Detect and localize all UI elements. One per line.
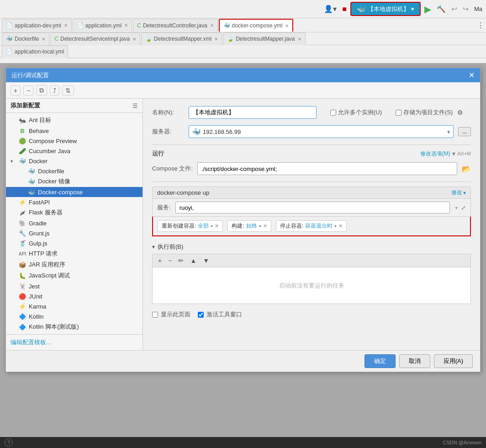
service-input[interactable]	[175, 202, 450, 213]
compose-file-row: Compose 文件: 📂	[152, 162, 471, 175]
tab-close-icon[interactable]: ✕	[285, 23, 289, 28]
tab-app-dev[interactable]: 📄 application-dev.yml ✕	[2, 19, 72, 32]
run-section-title: 运行 修改选项(M) ▾ Alt+M	[152, 149, 471, 158]
file-icon: 📄	[6, 48, 13, 55]
tree-item-karma[interactable]: ⚡ Karma	[6, 301, 143, 311]
run-config-dropdown[interactable]: 🐳 【本地虚拟机】 ▾	[350, 2, 421, 16]
activate-window-checkbox[interactable]	[198, 312, 204, 318]
dialog-close-btn[interactable]: ✕	[469, 71, 475, 80]
add-service-icon[interactable]: +	[454, 204, 458, 211]
add-config-btn[interactable]: +	[11, 85, 21, 96]
tab-app-local[interactable]: 📄 application-local.yml	[2, 45, 68, 58]
redo-btn[interactable]: ↪	[461, 3, 470, 15]
recreate-arrow-icon: ▾	[211, 224, 213, 229]
recreate-chip[interactable]: 重新创建容器: 全部 ▾ ✕	[158, 220, 223, 232]
tree-item-junit[interactable]: 🔴 JUnit	[6, 291, 143, 301]
tree-item-kotlin-more[interactable]: 🔷 Kotlin 脚本(测试版)	[6, 321, 143, 332]
execute-down-btn[interactable]: ▼	[201, 256, 211, 265]
modify-up-btn[interactable]: 修改 ▾	[451, 189, 466, 197]
tab-close-icon[interactable]: ✕	[42, 37, 45, 42]
tab-close-icon[interactable]: ✕	[210, 23, 214, 28]
tree-item-js-debug[interactable]: 🐛 JavaScript 调试	[6, 270, 143, 281]
modify-options-link[interactable]: 修改选项(M)	[420, 150, 450, 158]
tabs-more-btn[interactable]: ⋮	[475, 19, 486, 32]
settings-gear-icon[interactable]: ⚙	[457, 109, 463, 116]
tab-dockerfile[interactable]: 🐳 Dockerfile ✕	[2, 32, 49, 45]
tree-item-gradle[interactable]: 🐘 Gradle	[6, 218, 143, 228]
tree-item-docker-image[interactable]: 🐳 Docker 镜像	[6, 176, 143, 187]
tree-item-docker[interactable]: 🐳 Docker	[6, 156, 143, 166]
allow-multiple-checkbox[interactable]	[330, 110, 336, 116]
tab-close-icon[interactable]: ✕	[124, 23, 128, 28]
tree-item-http[interactable]: API HTTP 请求	[6, 248, 143, 259]
remove-config-btn[interactable]: −	[23, 85, 33, 96]
tree-item-jest[interactable]: 🃏 Jest	[6, 281, 143, 291]
tree-item-kotlin[interactable]: 🔷 Kotlin	[6, 311, 143, 321]
tree-item-behave[interactable]: B Behave	[6, 126, 143, 136]
profile-btn[interactable]: 👤▾	[322, 3, 338, 15]
sort-config-btn[interactable]: ⇅	[62, 85, 74, 96]
tree-item-flask[interactable]: 🌶 Flask 服务器	[6, 207, 143, 218]
cancel-button[interactable]: 取消	[399, 354, 430, 368]
browse-icon[interactable]: 📂	[462, 165, 471, 173]
server-more-btn[interactable]: ...	[458, 127, 471, 136]
allow-multiple-group: 允许多个实例(U)	[330, 108, 382, 117]
server-label: 服务器:	[152, 128, 184, 136]
tab-docker-compose[interactable]: 🐳 docker-compose.yml ✕	[219, 19, 294, 32]
tree-item-fastapi[interactable]: ⚡ FastAPI	[6, 197, 143, 207]
tree-item-dockerfile[interactable]: 🐳 Dockerfile	[6, 166, 143, 176]
stop-btn[interactable]: ■	[340, 3, 349, 15]
tab-mapper-xml[interactable]: 🍃 DetectresultMapper.xml ✕	[141, 32, 222, 45]
edit-templates-text[interactable]: 编辑配置模板...	[11, 339, 51, 346]
editor-label: Ma	[474, 5, 482, 12]
tab-close-icon[interactable]: ✕	[214, 37, 218, 42]
stop-close-icon[interactable]: ✕	[338, 223, 343, 229]
tree-item-ant[interactable]: 🐜 Ant 目标	[6, 115, 143, 126]
tree-item-cucumber[interactable]: 🥒 Cucumber Java	[6, 146, 143, 156]
build-btn[interactable]: 🔨	[435, 3, 448, 15]
tree-item-docker-compose[interactable]: 🐳 Docker-compose	[6, 187, 143, 197]
name-input[interactable]	[189, 106, 317, 119]
execute-toggle-icon[interactable]: ▾	[152, 244, 155, 250]
move-config-btn[interactable]: ⤴	[50, 85, 59, 96]
tab-close-icon[interactable]: ✕	[64, 23, 68, 28]
execute-remove-btn[interactable]: −	[166, 256, 174, 265]
run-btn[interactable]: ▶	[423, 2, 433, 16]
save-project-checkbox[interactable]	[396, 110, 401, 116]
item-label: JUnit	[29, 293, 42, 300]
tree-item-compose-preview[interactable]: 🟢 Compose Preview	[6, 136, 143, 146]
expand-service-icon[interactable]: ⤢	[461, 204, 466, 211]
undo-btn[interactable]: ↩	[449, 3, 459, 15]
recreate-close-icon[interactable]: ✕	[215, 223, 219, 229]
server-dropdown[interactable]: 🐳 192.168.56.99 ▾	[189, 125, 454, 138]
stop-chip[interactable]: 停止容器: 容器退出时 ▾ ✕	[276, 220, 347, 232]
item-label: Docker 镜像	[38, 177, 70, 186]
build-close-icon[interactable]: ✕	[263, 223, 267, 229]
compose-file-input[interactable]	[197, 162, 457, 175]
compose-file-label: Compose 文件:	[152, 165, 193, 173]
tabs-row-1: 📄 application-dev.yml ✕ 📄 application.ym…	[0, 18, 486, 32]
build-chip[interactable]: 构建: 始终 ▾ ✕	[227, 220, 271, 232]
left-panel-options-icon[interactable]: ☰	[132, 102, 138, 109]
item-label: Gradle	[29, 220, 47, 227]
tree-item-gulp[interactable]: 🥤 Gulp.js	[6, 238, 143, 248]
tree-item-jar[interactable]: 📦 JAR 应用程序	[6, 259, 143, 270]
execute-add-btn[interactable]: +	[156, 256, 164, 265]
execute-empty-text: 启动前没有要运行的任务	[279, 282, 344, 290]
tab-service-impl[interactable]: C DetectresultServiceImpl.java ✕	[50, 32, 140, 45]
execute-up-btn[interactable]: ▲	[188, 256, 198, 265]
execute-edit-btn[interactable]: ✏	[176, 256, 185, 265]
tree-item-grunt[interactable]: 🔧 Grunt.js	[6, 228, 143, 238]
tab-mapper-java[interactable]: 🍃 DetectresultMapper.java ✕	[223, 32, 305, 45]
tab-app[interactable]: 📄 application.yml ✕	[73, 19, 132, 32]
tab-close-icon[interactable]: ✕	[132, 37, 136, 42]
ok-button[interactable]: 确定	[364, 354, 396, 368]
tab-controller[interactable]: C DetectresultController.java ✕	[133, 19, 217, 32]
apply-button[interactable]: 应用(A)	[434, 354, 473, 368]
tab-close-icon[interactable]: ✕	[298, 37, 301, 42]
show-page-checkbox[interactable]	[152, 312, 158, 318]
docker-image-icon: 🐳	[28, 178, 35, 185]
copy-config-btn[interactable]: ⧉	[36, 85, 47, 96]
edit-templates-link[interactable]: 编辑配置模板...	[6, 334, 143, 350]
server-row: 服务器: 🐳 192.168.56.99 ▾ ...	[152, 125, 471, 138]
